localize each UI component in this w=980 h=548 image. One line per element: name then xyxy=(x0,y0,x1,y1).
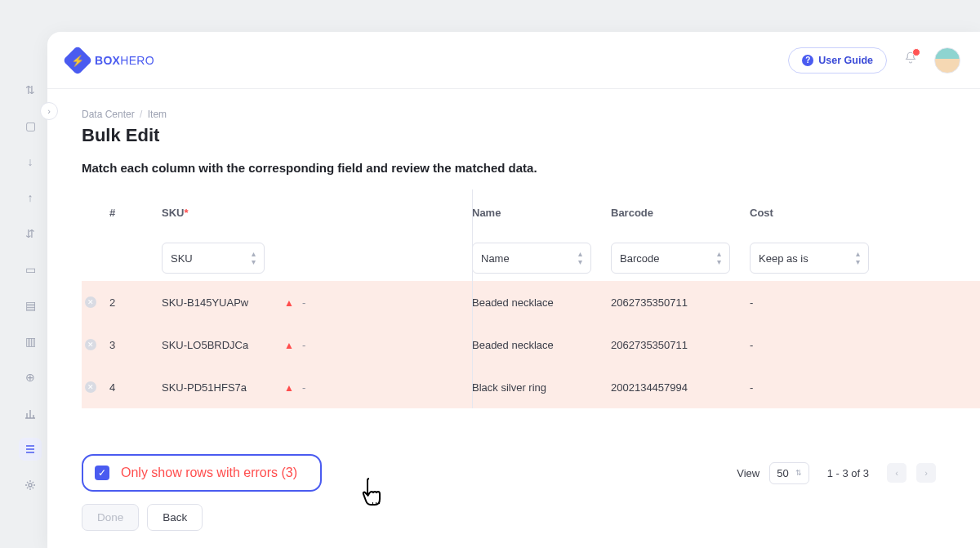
nav-card-icon[interactable]: ▥ xyxy=(19,330,42,353)
next-page-button[interactable]: › xyxy=(916,463,936,483)
user-guide-button[interactable]: ? User Guide xyxy=(788,47,887,74)
table-footer: ✓ Only show rows with errors (3) View 50… xyxy=(82,454,980,492)
table-header-row: # SKU* Name Barcode Cost xyxy=(82,189,980,235)
column-divider xyxy=(472,189,473,408)
row-number: 4 xyxy=(109,381,162,394)
col-header-sku: SKU* xyxy=(162,207,284,219)
nav-list-icon[interactable] xyxy=(19,438,42,461)
field-mapping-row: SKU▴▾ Name▴▾ Barcode▴▾ Keep as is▴▾ xyxy=(82,235,980,281)
sidebar-collapse-toggle[interactable]: › xyxy=(40,102,58,120)
avatar[interactable] xyxy=(934,47,960,74)
row-sku: SKU-LO5BRDJCa xyxy=(162,339,284,351)
notifications-bell-icon[interactable] xyxy=(903,51,918,69)
row-sku: SKU-B145YUAPw xyxy=(162,296,284,309)
errors-only-filter[interactable]: ✓ Only show rows with errors (3) xyxy=(82,454,322,492)
breadcrumb-leaf[interactable]: Item xyxy=(148,109,167,120)
done-button: Done xyxy=(82,504,139,531)
alert-icon: ▲ xyxy=(284,297,294,309)
notification-dot xyxy=(912,48,920,56)
filter-checkbox-icon: ✓ xyxy=(95,466,109,480)
nav-note-icon[interactable]: ▤ xyxy=(19,294,42,317)
nav-settings-icon[interactable] xyxy=(19,474,42,497)
side-nav: ⇅ ▢ ↓ ↑ ⇵ ▭ ▤ ▥ ⊕ xyxy=(18,78,42,497)
question-icon: ? xyxy=(802,55,813,66)
row-error: ▲- xyxy=(284,339,472,351)
page-range: 1 - 3 of 3 xyxy=(827,467,869,479)
nav-box-icon[interactable]: ▢ xyxy=(19,114,42,137)
header-bar: BOXHERO ? User Guide xyxy=(47,32,980,89)
brand-name: BOXHERO xyxy=(95,54,154,67)
nav-upload-icon[interactable]: ↑ xyxy=(19,186,42,209)
row-sku: SKU-PD51HFS7a xyxy=(162,381,284,394)
row-name: Beaded necklace xyxy=(472,296,611,309)
row-name: Black silver ring xyxy=(472,381,611,394)
alert-icon: ▲ xyxy=(284,340,294,351)
instruction-text: Match each column with the corresponding… xyxy=(82,161,980,175)
table-row: ✕ 4 SKU-PD51HFS7a ▲- Black silver ring 2… xyxy=(82,366,980,408)
row-cost: - xyxy=(750,296,889,309)
pagination: View 50 ⇅ 1 - 3 of 3 ‹ › xyxy=(737,462,936,484)
alert-icon: ▲ xyxy=(284,382,294,394)
row-error: ▲- xyxy=(284,381,472,394)
row-cost: - xyxy=(750,381,889,394)
user-guide-label: User Guide xyxy=(818,55,873,66)
cost-mapping-select[interactable]: Keep as is▴▾ xyxy=(750,243,869,274)
breadcrumb: Data Center / Item xyxy=(82,109,980,120)
back-button[interactable]: Back xyxy=(147,504,203,531)
row-error: ▲- xyxy=(284,296,472,309)
nav-sort-icon[interactable]: ⇅ xyxy=(19,78,42,101)
remove-row-icon[interactable]: ✕ xyxy=(85,381,96,393)
app-panel: BOXHERO ? User Guide Data Center / Item … xyxy=(47,32,980,548)
col-header-number: # xyxy=(109,207,162,219)
brand-logo-icon xyxy=(63,45,93,75)
row-barcode: 2002134457994 xyxy=(611,381,750,394)
table-row: ✕ 2 SKU-B145YUAPw ▲- Beaded necklace 206… xyxy=(82,281,980,323)
row-name: Beaded necklace xyxy=(472,339,611,351)
row-number: 2 xyxy=(109,296,162,309)
row-barcode: 2062735350711 xyxy=(611,339,750,351)
col-header-name: Name xyxy=(472,207,611,219)
nav-calendar-icon[interactable]: ▭ xyxy=(19,258,42,281)
remove-row-icon[interactable]: ✕ xyxy=(85,296,96,308)
row-cost: - xyxy=(750,339,889,351)
remove-row-icon[interactable]: ✕ xyxy=(85,339,96,350)
nav-chart-icon[interactable] xyxy=(19,402,42,425)
col-header-cost: Cost xyxy=(750,207,889,219)
nav-download-icon[interactable]: ↓ xyxy=(19,150,42,173)
barcode-mapping-select[interactable]: Barcode▴▾ xyxy=(611,243,730,274)
name-mapping-select[interactable]: Name▴▾ xyxy=(472,243,591,274)
row-barcode: 2062735350711 xyxy=(611,296,750,309)
row-number: 3 xyxy=(109,339,162,351)
data-table: # SKU* Name Barcode Cost SKU▴▾ Name▴▾ Ba… xyxy=(82,189,980,408)
breadcrumb-root[interactable]: Data Center xyxy=(82,109,135,120)
page-size-select[interactable]: 50 ⇅ xyxy=(769,462,808,484)
brand: BOXHERO xyxy=(67,50,154,71)
main-content: Data Center / Item Bulk Edit Match each … xyxy=(47,89,980,492)
col-header-barcode: Barcode xyxy=(611,207,750,219)
view-label: View xyxy=(737,467,760,479)
sku-mapping-select[interactable]: SKU▴▾ xyxy=(162,243,265,274)
svg-point-0 xyxy=(29,483,32,487)
filter-label: Only show rows with errors (3) xyxy=(121,466,297,480)
prev-page-button[interactable]: ‹ xyxy=(887,463,906,483)
nav-transfer-icon[interactable]: ⇵ xyxy=(19,222,42,245)
nav-add-icon[interactable]: ⊕ xyxy=(19,366,42,389)
table-row: ✕ 3 SKU-LO5BRDJCa ▲- Beaded necklace 206… xyxy=(82,323,980,366)
page-title: Bulk Edit xyxy=(82,125,980,146)
